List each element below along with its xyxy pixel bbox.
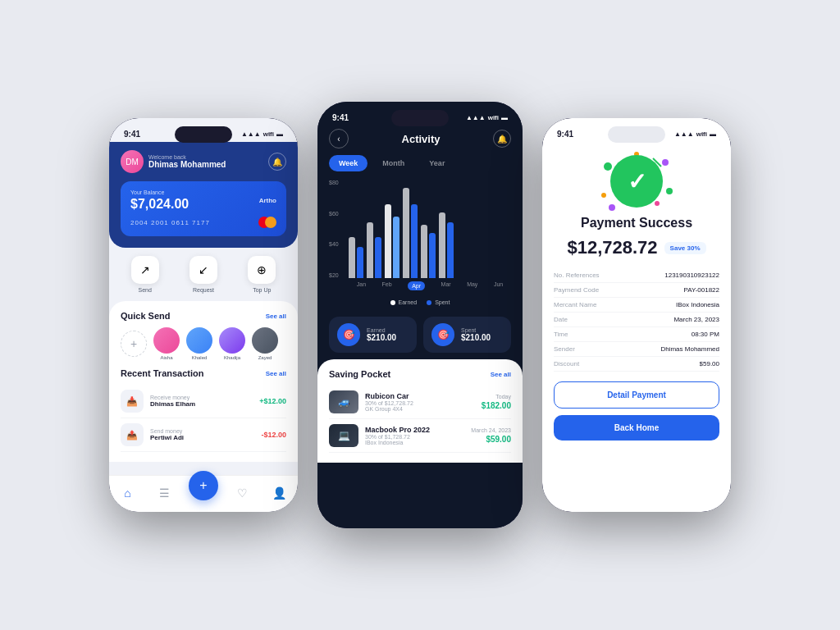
x-labels: Jan Feb Apr Mar May Jun bbox=[329, 281, 511, 290]
avatar-khadija bbox=[219, 327, 245, 354]
phone-payment-success: 9:41 ▲▲▲ wifi ▬ bbox=[542, 118, 731, 512]
saving-pocket-title: Saving Pocket bbox=[329, 369, 390, 379]
y-label-40: $40 bbox=[329, 241, 339, 247]
topup-button[interactable]: ⊕ Top Up bbox=[248, 256, 276, 293]
svg-point-5 bbox=[655, 201, 660, 206]
svg-point-2 bbox=[601, 193, 606, 198]
detail-payment-code: Paymend Code PAY-001822 bbox=[554, 283, 719, 298]
detail-payment-button[interactable]: Detail Payment bbox=[554, 381, 719, 409]
back-button[interactable]: ‹ bbox=[329, 129, 349, 148]
saving-pocket-see-all[interactable]: See all bbox=[491, 371, 511, 378]
payment-details: No. References 123190310923122 Paymend C… bbox=[542, 268, 731, 372]
bar-group-feb bbox=[367, 222, 381, 278]
activity-header: ‹ Activity 🔔 bbox=[317, 126, 523, 155]
detail-discount: Discount $59.00 bbox=[554, 357, 719, 372]
welcome-row: DM Welcome back Dhimas Mohammed 🔔 bbox=[121, 150, 286, 173]
rubicon-provider: GK Group 4X4 bbox=[365, 406, 475, 412]
balance-label: Your Balance bbox=[130, 189, 276, 195]
request-button[interactable]: ↙ Request bbox=[189, 256, 217, 293]
bar-group-jun bbox=[439, 212, 454, 278]
value-date: March 23, 2023 bbox=[673, 316, 719, 323]
bar-may-spent bbox=[429, 233, 436, 278]
detail-time: Time 08:30 PM bbox=[554, 327, 719, 342]
saving-pocket: Saving Pocket See all 🚙 Rubicon Car 30% … bbox=[317, 359, 523, 463]
receive-type: Receive money bbox=[150, 395, 253, 400]
send-button[interactable]: ↗ Send bbox=[131, 256, 159, 293]
x-feb: Feb bbox=[382, 281, 392, 290]
contact-khadija[interactable]: Khadija bbox=[219, 327, 245, 360]
signal-icons-3: ▲▲▲ wifi ▬ bbox=[674, 130, 716, 138]
car-icon: 🚙 bbox=[329, 390, 358, 413]
back-home-button[interactable]: Back Home bbox=[554, 415, 719, 441]
nav-profile[interactable]: 👤 bbox=[267, 482, 292, 504]
spent-box: 🎯 Spent $210.00 bbox=[423, 317, 511, 353]
nav-home[interactable]: ⌂ bbox=[115, 482, 139, 504]
contact-zayed[interactable]: Zayed bbox=[252, 327, 278, 360]
request-icon: ↙ bbox=[189, 256, 217, 284]
signal-icons-1: ▲▲▲ wifi ▬ bbox=[241, 130, 283, 138]
user-name: Dhimas Mohammed bbox=[148, 160, 226, 169]
activity-title: Activity bbox=[402, 133, 441, 145]
y-label-20: $20 bbox=[329, 272, 339, 278]
label-date: Date bbox=[554, 316, 568, 323]
earned-icon: 🎯 bbox=[337, 323, 360, 346]
user-avatar: DM bbox=[121, 150, 144, 173]
phone2-screen: 9:41 ▲▲▲ wifi ▬ ‹ Activity 🔔 Week Month … bbox=[317, 102, 523, 528]
x-may: May bbox=[467, 281, 477, 290]
tab-month[interactable]: Month bbox=[372, 155, 414, 171]
send-info: Send money Pertiwi Adi bbox=[150, 428, 254, 441]
detail-sender: Sender Dhimas Mohammed bbox=[554, 342, 719, 357]
add-contact-button[interactable]: + bbox=[121, 331, 147, 357]
spent-amount: $210.00 bbox=[461, 333, 491, 342]
nav-history[interactable]: ☰ bbox=[152, 482, 176, 504]
signal-icon-2: ▲▲▲ bbox=[466, 114, 486, 121]
bar-group-may bbox=[421, 225, 436, 278]
bar-group-mar bbox=[403, 188, 418, 278]
legend-dot-spent bbox=[427, 300, 431, 305]
bell-icon[interactable]: 🔔 bbox=[268, 153, 286, 171]
signal-icon: ▲▲▲ bbox=[241, 130, 261, 138]
y-labels: $80 $60 $40 $20 bbox=[329, 180, 339, 278]
svg-point-3 bbox=[666, 188, 673, 194]
value-time: 08:30 PM bbox=[692, 331, 719, 338]
label-sender: Sender bbox=[554, 345, 575, 353]
tab-year[interactable]: Year bbox=[419, 155, 454, 171]
send-label: Send bbox=[138, 287, 151, 293]
send-name: Pertiwi Adi bbox=[150, 434, 254, 441]
x-jan: Jan bbox=[357, 281, 366, 290]
summary-row: 🎯 Earned $210.00 🎯 Spent $210.00 bbox=[317, 310, 523, 359]
svg-point-1 bbox=[662, 159, 669, 166]
transactions-see-all[interactable]: See all bbox=[266, 370, 286, 377]
label-payment-code: Paymend Code bbox=[554, 286, 599, 294]
bar-jan-earned bbox=[349, 237, 355, 278]
user-info: DM Welcome back Dhimas Mohammed bbox=[121, 150, 226, 173]
quick-send-title: Quick Send bbox=[121, 311, 171, 321]
spent-icon: 🎯 bbox=[431, 323, 454, 346]
send-trans-icon: 📤 bbox=[121, 423, 144, 446]
nav-fab[interactable]: + bbox=[189, 471, 218, 500]
nav-wishlist[interactable]: ♡ bbox=[231, 482, 255, 504]
send-type: Send money bbox=[150, 428, 254, 434]
y-label-80: $80 bbox=[329, 180, 339, 185]
bar-jun-spent bbox=[447, 222, 454, 278]
legend-earned: Earned bbox=[390, 299, 418, 305]
x-mar: Mar bbox=[441, 281, 451, 290]
bottom-nav: ⌂ ☰ + ♡ 👤 bbox=[109, 475, 298, 512]
macbook-name: Macbook Pro 2022 bbox=[365, 426, 464, 434]
contact-khaled[interactable]: Khaled bbox=[186, 327, 212, 360]
tab-week[interactable]: Week bbox=[329, 155, 368, 171]
rubicon-amount: $182.00 bbox=[482, 401, 511, 410]
wifi-icon-2: wifi bbox=[488, 114, 499, 121]
bars-jun bbox=[439, 212, 454, 278]
contact-aisha[interactable]: Aisha bbox=[153, 327, 180, 360]
signal-icon-3: ▲▲▲ bbox=[674, 130, 694, 138]
notch-3 bbox=[608, 126, 665, 143]
phone1-screen: 9:41 ▲▲▲ wifi ▬ DM Welcome back Dhimas M… bbox=[109, 118, 298, 512]
quick-send-see-all[interactable]: See all bbox=[266, 313, 286, 320]
spent-info: Spent $210.00 bbox=[461, 327, 491, 342]
rubicon-date: Today bbox=[482, 394, 511, 399]
activity-bell[interactable]: 🔔 bbox=[493, 130, 511, 148]
y-label-60: $60 bbox=[329, 211, 339, 217]
macbook-sub: 30% of $1,728.72 bbox=[365, 434, 464, 440]
bar-mar-earned bbox=[403, 188, 409, 278]
